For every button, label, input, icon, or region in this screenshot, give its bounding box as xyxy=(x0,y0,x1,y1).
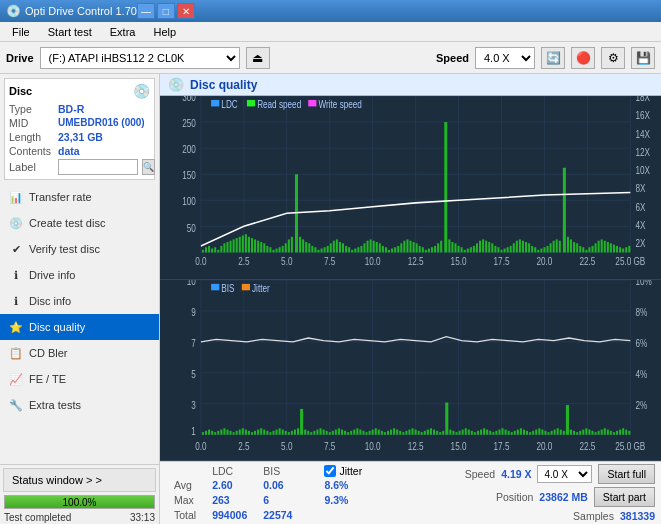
disc-type-row: Type BD-R xyxy=(9,103,150,115)
menu-file[interactable]: File xyxy=(4,24,38,40)
stats-avg-row: Avg 2.60 0.06 8.6% xyxy=(166,478,370,493)
svg-rect-272 xyxy=(323,429,325,434)
svg-text:150: 150 xyxy=(182,171,196,182)
svg-text:2%: 2% xyxy=(635,400,647,411)
sidebar-item-disc-quality[interactable]: ⭐ Disc quality xyxy=(0,314,159,340)
maximize-button[interactable]: □ xyxy=(157,3,175,19)
minimize-button[interactable]: — xyxy=(137,3,155,19)
svg-rect-80 xyxy=(291,237,293,253)
svg-rect-84 xyxy=(305,242,307,252)
svg-rect-148 xyxy=(504,249,506,253)
status-window-button[interactable]: Status window > > xyxy=(3,468,156,492)
sidebar-item-verify-test-disc[interactable]: ✔ Verify test disc xyxy=(0,236,159,262)
disc-label-apply-button[interactable]: 🔍 xyxy=(142,159,155,175)
sidebar-item-transfer-rate-label: Transfer rate xyxy=(29,191,92,203)
svg-rect-139 xyxy=(476,243,478,252)
menu-start-test[interactable]: Start test xyxy=(40,24,100,40)
settings-button[interactable]: ⚙ xyxy=(601,47,625,69)
svg-rect-351 xyxy=(566,405,569,435)
svg-rect-121 xyxy=(419,246,421,253)
speed-select[interactable]: 4.0 X 2.0 X 8.0 X xyxy=(475,47,535,69)
sidebar-item-drive-info[interactable]: ℹ Drive info xyxy=(0,262,159,288)
svg-rect-68 xyxy=(254,239,256,252)
sidebar-item-create-test-disc[interactable]: 💿 Create test disc xyxy=(0,210,159,236)
svg-rect-263 xyxy=(294,429,296,434)
close-button[interactable]: ✕ xyxy=(177,3,195,19)
status-window-label: Status window > > xyxy=(12,474,102,486)
svg-text:16X: 16X xyxy=(635,111,650,122)
svg-rect-179 xyxy=(601,239,603,252)
svg-rect-168 xyxy=(567,237,569,253)
start-full-button[interactable]: Start full xyxy=(598,464,655,484)
svg-rect-161 xyxy=(543,247,545,252)
sidebar-item-extra-tests[interactable]: 🔧 Extra tests xyxy=(0,392,159,418)
svg-rect-252 xyxy=(260,428,262,434)
svg-rect-338 xyxy=(526,430,528,434)
svg-rect-134 xyxy=(461,247,463,252)
svg-rect-69 xyxy=(257,241,259,253)
start-part-button[interactable]: Start part xyxy=(594,487,655,507)
svg-rect-275 xyxy=(332,430,334,434)
position-label: Position xyxy=(496,491,533,503)
fe-te-icon: 📈 xyxy=(9,372,23,386)
refresh-button[interactable]: 🔄 xyxy=(541,47,565,69)
svg-rect-306 xyxy=(427,429,429,434)
svg-rect-362 xyxy=(601,429,603,434)
save-button[interactable]: 💾 xyxy=(631,47,655,69)
svg-rect-313 xyxy=(449,429,451,434)
svg-rect-345 xyxy=(548,432,550,435)
svg-rect-45 xyxy=(211,100,219,107)
stats-max-ldc: 263 xyxy=(204,493,255,508)
svg-rect-294 xyxy=(390,429,392,434)
eject-button[interactable]: ⏏ xyxy=(246,47,270,69)
svg-rect-75 xyxy=(276,249,278,253)
disc-panel-header: Disc 💿 xyxy=(9,83,150,99)
sidebar-item-transfer-rate[interactable]: 📊 Transfer rate xyxy=(0,184,159,210)
svg-rect-340 xyxy=(532,430,534,434)
disc-label-input[interactable] xyxy=(58,159,138,175)
menu-help[interactable]: Help xyxy=(145,24,184,40)
svg-rect-96 xyxy=(342,243,344,252)
svg-rect-102 xyxy=(360,246,362,253)
svg-rect-60 xyxy=(230,241,232,253)
svg-rect-270 xyxy=(316,429,318,434)
svg-text:22.5: 22.5 xyxy=(579,257,595,268)
sidebar-item-fe-te[interactable]: 📈 FE / TE xyxy=(0,366,159,392)
svg-rect-243 xyxy=(233,432,235,435)
svg-rect-350 xyxy=(563,430,565,434)
sidebar-item-fe-te-label: FE / TE xyxy=(29,373,66,385)
disc-type-label: Type xyxy=(9,103,54,115)
svg-rect-276 xyxy=(335,429,337,434)
sidebar-item-disc-info[interactable]: ℹ Disc info xyxy=(0,288,159,314)
svg-rect-105 xyxy=(370,239,372,252)
svg-rect-82 xyxy=(299,237,301,253)
svg-rect-280 xyxy=(347,432,349,435)
svg-rect-358 xyxy=(588,429,590,434)
svg-rect-254 xyxy=(266,430,268,434)
stats-total-bis: 22574 xyxy=(255,507,300,522)
svg-rect-245 xyxy=(239,429,241,434)
svg-rect-93 xyxy=(333,241,335,253)
charts-area: 300 250 200 150 100 50 18X 16X 14X 12X 1… xyxy=(160,96,661,461)
svg-text:20.0: 20.0 xyxy=(536,441,552,452)
jitter-checkbox[interactable] xyxy=(324,465,336,477)
svg-rect-231 xyxy=(242,283,250,289)
drive-select[interactable]: (F:) ATAPI iHBS112 2 CL0K xyxy=(40,47,240,69)
svg-rect-140 xyxy=(479,241,481,253)
svg-rect-299 xyxy=(405,430,407,434)
svg-text:18X: 18X xyxy=(635,96,650,103)
svg-rect-256 xyxy=(272,430,274,434)
burn-button[interactable]: 🔴 xyxy=(571,47,595,69)
svg-text:6%: 6% xyxy=(635,338,647,349)
svg-rect-248 xyxy=(248,430,250,434)
menu-extra[interactable]: Extra xyxy=(102,24,144,40)
svg-rect-311 xyxy=(442,430,444,434)
sidebar-item-cd-bler[interactable]: 📋 CD Bler xyxy=(0,340,159,366)
svg-text:7: 7 xyxy=(191,338,196,349)
svg-text:100: 100 xyxy=(182,197,196,208)
svg-rect-187 xyxy=(625,247,627,252)
svg-rect-114 xyxy=(397,246,399,253)
speed-dropdown[interactable]: 4.0 X 2.0 X 8.0 X xyxy=(537,465,592,483)
svg-rect-142 xyxy=(485,241,487,253)
drive-label: Drive xyxy=(6,52,34,64)
